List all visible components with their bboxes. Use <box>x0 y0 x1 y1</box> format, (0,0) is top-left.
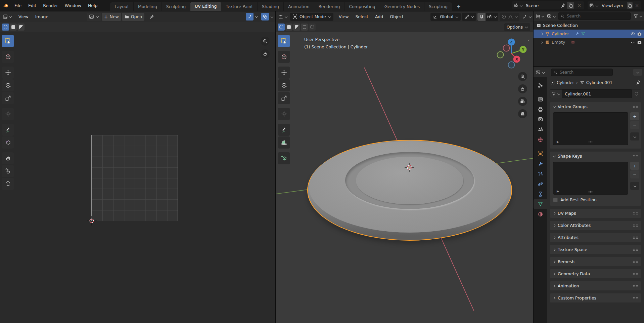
expand-icon[interactable] <box>540 41 543 44</box>
viewport-orthographic-toggle-button[interactable] <box>518 109 527 118</box>
vertex-groups-list[interactable]: ▶ <box>553 112 628 145</box>
panel-grip-icon[interactable] <box>633 260 638 263</box>
move-tool[interactable] <box>278 67 290 79</box>
select-mode-subtract-button[interactable] <box>293 24 300 31</box>
panel-grip-icon[interactable] <box>633 106 638 108</box>
menu-render[interactable]: Render <box>40 1 61 9</box>
panel-collapse-icon[interactable] <box>553 105 556 108</box>
cursor-2d[interactable] <box>87 216 97 226</box>
workspace-tab-shading[interactable]: Shading <box>258 2 284 11</box>
rotate-tool[interactable] <box>2 79 14 91</box>
show-gizmos-toggle[interactable] <box>522 14 532 19</box>
hidden-eye-closed-icon[interactable] <box>630 40 635 45</box>
add-shape-key-button[interactable]: + <box>630 162 639 170</box>
gizmo-axis-neg-x[interactable] <box>503 45 510 51</box>
object-name-label[interactable]: Empty <box>552 40 565 45</box>
properties-options-button[interactable] <box>633 69 642 76</box>
list-resize-grip-icon[interactable] <box>588 141 593 143</box>
select-mode-invert-button[interactable] <box>301 24 308 31</box>
panel-grip-icon[interactable] <box>633 224 638 227</box>
viewport-zoom-button[interactable] <box>518 72 527 81</box>
panel-custom-properties[interactable]: Custom Properties <box>550 293 641 302</box>
add-rest-position-checkbox[interactable] <box>553 198 558 202</box>
properties-editor-icon[interactable] <box>536 70 541 75</box>
panel-animation[interactable]: Animation <box>550 281 641 290</box>
breadcrumb-data[interactable]: Cylinder.001 <box>586 80 612 85</box>
remove-shape-key-button[interactable]: − <box>630 170 639 178</box>
shape-key-specials-button[interactable] <box>630 182 639 190</box>
snap-chevron-icon[interactable] <box>494 15 497 18</box>
menu-window[interactable]: Window <box>61 1 85 9</box>
workspace-tab-compositing[interactable]: Compositing <box>344 2 380 11</box>
tab-world[interactable] <box>534 134 547 145</box>
shape-keys-panel-header[interactable]: Shape Keys <box>550 152 641 160</box>
gizmo-axis-neg-y[interactable] <box>497 52 504 58</box>
panel-grip-icon[interactable] <box>633 236 638 239</box>
list-resize-grip-icon[interactable] <box>588 191 593 193</box>
panel-grip-icon[interactable] <box>633 248 638 251</box>
tab-scene[interactable] <box>534 124 547 134</box>
open-image-button[interactable]: Open <box>122 13 144 21</box>
workspace-tab-layout[interactable]: Layout <box>110 2 134 11</box>
panel-grip-icon[interactable] <box>633 212 638 214</box>
workspace-tab-uv-editing[interactable]: UV Editing <box>190 2 221 11</box>
panel-collapse-icon[interactable] <box>553 155 556 158</box>
tab-output[interactable] <box>534 104 547 114</box>
tab-render[interactable] <box>534 94 547 104</box>
new-image-button[interactable]: + New <box>102 13 121 21</box>
scene-collection-label[interactable]: Scene Collection <box>543 23 642 28</box>
pinch-tool[interactable] <box>2 178 14 190</box>
scene-name[interactable]: Scene <box>524 3 559 8</box>
panel-grip-icon[interactable] <box>633 273 638 275</box>
outliner-row-empty[interactable]: Empty <box>534 38 644 46</box>
remove-view-layer-button[interactable]: × <box>634 2 640 9</box>
panel-expand-icon[interactable] <box>553 212 556 215</box>
disable-render-camera-icon[interactable] <box>637 40 642 45</box>
add-vertex-group-button[interactable]: + <box>630 112 639 120</box>
rip-region-tool[interactable] <box>2 136 14 149</box>
viewport-menu-view[interactable]: View <box>335 13 352 21</box>
outliner-search[interactable] <box>558 12 631 20</box>
select-mode-extend-button[interactable] <box>285 24 292 31</box>
move-tool[interactable] <box>2 67 14 79</box>
expand-icon[interactable] <box>540 32 543 35</box>
viewport-editor-type-button[interactable] <box>278 14 287 19</box>
hide-viewport-eye-icon[interactable] <box>630 31 635 36</box>
viewport-menu-object[interactable]: Object <box>386 13 407 21</box>
scale-tool[interactable] <box>2 92 14 104</box>
mode-selector[interactable]: Object Mode <box>290 13 333 21</box>
tab-particles[interactable] <box>534 169 547 179</box>
workspace-tab-modeling[interactable]: Modeling <box>134 2 162 11</box>
tab-tool[interactable] <box>534 80 547 90</box>
add-workspace-button[interactable]: + <box>452 2 466 11</box>
pivot-point-selector[interactable] <box>462 13 476 21</box>
delete-scene-button[interactable]: × <box>576 2 583 9</box>
relax-tool[interactable] <box>2 165 14 177</box>
panel-uv-maps[interactable]: UV Maps <box>550 209 641 218</box>
navigation-gizmo[interactable]: Z Y X <box>496 38 528 70</box>
panel-geometry-data[interactable]: Geometry Data <box>550 269 641 278</box>
outliner-row-cylinder[interactable]: Cylinder <box>534 30 644 38</box>
disable-render-camera-icon[interactable] <box>637 31 642 36</box>
fake-user-shield-button[interactable] <box>632 89 641 98</box>
select-mode-subtract-button[interactable] <box>17 24 25 31</box>
gizmos-chevron-icon[interactable] <box>255 15 258 18</box>
workspace-tab-sculpting[interactable]: Sculpting <box>162 2 190 11</box>
editor-type-chevron-icon[interactable] <box>541 15 544 18</box>
viewport-camera-view-button[interactable] <box>518 97 527 106</box>
breadcrumb-object[interactable]: Cylinder <box>557 80 574 85</box>
view-layer-browse-chevron-icon[interactable] <box>595 4 598 7</box>
select-mode-new-button[interactable] <box>2 24 9 31</box>
panel-color-attributes[interactable]: Color Attributes <box>550 221 641 230</box>
pin-icon[interactable] <box>560 3 565 8</box>
remove-vertex-group-button[interactable]: − <box>630 121 639 129</box>
menu-help[interactable]: Help <box>85 1 101 9</box>
tab-constraints[interactable] <box>534 189 547 199</box>
display-mode-chevron-icon[interactable] <box>553 15 556 18</box>
blender-menu[interactable] <box>0 1 11 9</box>
uv-zoom-button[interactable] <box>261 37 270 46</box>
tab-physics[interactable] <box>534 179 547 189</box>
mesh-datablock-browse-button[interactable] <box>550 89 562 98</box>
view-layer-selector[interactable]: ViewLayer × <box>588 1 641 9</box>
list-expand-icon[interactable]: ▶ <box>557 140 559 144</box>
